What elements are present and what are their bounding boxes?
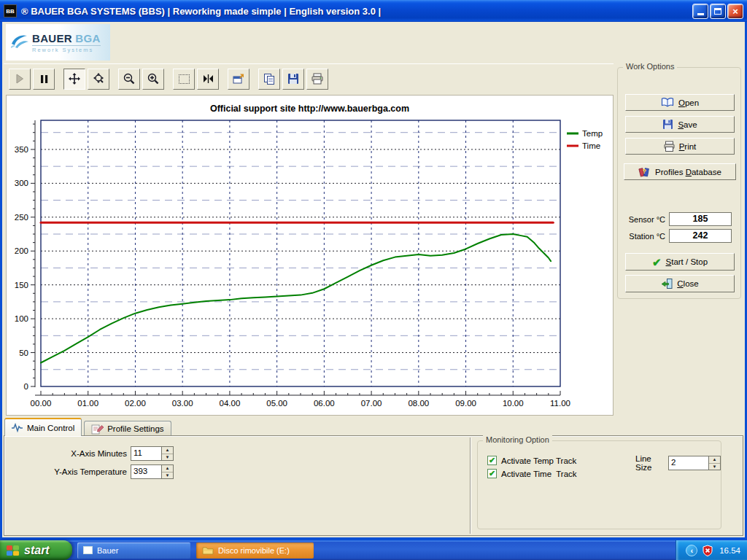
station-row: Station °C 242	[625, 229, 732, 243]
axes-collapse-button[interactable]	[197, 69, 219, 90]
copy-button[interactable]	[258, 69, 280, 90]
sensor-value: 185	[669, 212, 732, 226]
close-app-button[interactable]: Close	[625, 275, 735, 292]
time-track-label: Activate Time Track	[501, 470, 577, 478]
x-axis-row: X-Axis Minutes 11 ▲ ▼	[10, 446, 174, 461]
svg-text:08.00: 08.00	[408, 399, 429, 408]
svg-text:0: 0	[24, 382, 28, 391]
client-area: BAUER BGA Rework Systems	[2, 22, 745, 537]
title-bar: BB ® BAUER BGA SYSTEMS (BBS) | Reworking…	[0, 0, 747, 22]
svg-text:200: 200	[15, 246, 28, 255]
time-track-checkbox[interactable]: ✔	[487, 469, 497, 478]
line-size-up-button[interactable]: ▲	[709, 456, 720, 464]
start-stop-button[interactable]: ✔ Start / Stop	[625, 253, 735, 271]
folder-icon	[202, 545, 214, 555]
line-size-row: Line Size 2 ▲ ▼	[635, 454, 721, 472]
database-books-icon: ?	[638, 166, 651, 178]
svg-text:50: 50	[19, 349, 28, 357]
zoom-window-icon	[179, 74, 190, 84]
pan-icon	[69, 73, 80, 85]
minimize-button[interactable]	[692, 4, 708, 19]
close-button[interactable]: ×	[727, 4, 743, 19]
logo-bauer: BAUER	[32, 32, 72, 44]
y-axis-down-button[interactable]: ▼	[162, 472, 173, 479]
temp-track-label: Activate Temp Track	[501, 456, 576, 465]
copy-icon	[263, 73, 275, 85]
axes-collapse-icon	[202, 73, 214, 85]
svg-text:01.00: 01.00	[77, 399, 98, 408]
svg-text:02.00: 02.00	[125, 399, 146, 408]
printer-icon	[664, 141, 675, 152]
profiles-database-button[interactable]: ? Profiles Database	[624, 163, 736, 180]
x-axis-up-button[interactable]: ▲	[162, 447, 173, 454]
y-axis-label: Y-Axis Temperature	[10, 467, 127, 476]
zoom-window-button[interactable]	[173, 69, 195, 90]
swoosh-icon	[9, 33, 29, 52]
pan-button[interactable]	[63, 69, 85, 90]
tab-profile-settings[interactable]: Profile Settings	[84, 421, 171, 436]
y-axis-up-button[interactable]: ▲	[162, 465, 173, 472]
line-size-input[interactable]: 2	[668, 456, 709, 470]
zoom-in-button[interactable]	[142, 69, 164, 90]
windows-flag-icon	[7, 545, 20, 556]
zoom-out-button[interactable]	[118, 69, 140, 90]
monitoring-title: Monitoring Option	[483, 435, 552, 444]
play-button[interactable]	[9, 69, 31, 90]
svg-text:09.00: 09.00	[455, 399, 476, 408]
zoom-dynamic-icon	[92, 73, 105, 85]
line-size-label: Line Size	[635, 454, 664, 472]
print-chart-button[interactable]	[306, 69, 328, 90]
tab-main-control[interactable]: Main Control	[4, 418, 82, 436]
window-icon	[83, 546, 93, 554]
start-button[interactable]: start	[0, 540, 72, 560]
properties-button[interactable]	[228, 69, 249, 90]
security-shield-icon[interactable]	[702, 545, 713, 556]
y-axis-row: Y-Axis Temperature 393 ▲ ▼	[10, 464, 174, 479]
svg-text:250: 250	[15, 213, 28, 222]
x-axis-input[interactable]: 11	[131, 446, 162, 461]
y-axis-input[interactable]: 393	[131, 464, 162, 479]
minimize-icon	[697, 13, 704, 15]
svg-text:07.00: 07.00	[361, 399, 382, 408]
tab-bar: Main Control Profile Settings	[4, 417, 171, 436]
svg-text:350: 350	[15, 145, 28, 154]
line-size-spinner: 2 ▲ ▼	[668, 456, 721, 470]
open-button[interactable]: Open	[625, 94, 735, 111]
sensor-label: Sensor °C	[625, 215, 665, 224]
temp-track-row: ✔ Activate Temp Track	[487, 456, 576, 465]
main-control-panel: X-Axis Minutes 11 ▲ ▼ Y-Axis Temperature…	[4, 435, 743, 536]
svg-text:?: ?	[643, 168, 647, 175]
work-options-title: Work Options	[623, 62, 677, 71]
station-label: Station °C	[625, 232, 665, 241]
save-chart-button[interactable]	[282, 69, 304, 90]
taskbar: start Bauer Disco rimovibile (E:) ‹ 16.5…	[0, 540, 747, 560]
taskbar-item-disco-rimovibile[interactable]: Disco rimovibile (E:)	[196, 542, 314, 559]
floppy-icon	[662, 119, 673, 130]
taskbar-item-bauer[interactable]: Bauer	[77, 542, 190, 559]
svg-text:Temp: Temp	[582, 129, 603, 138]
chart-panel: Official support site http://www.bauerbg…	[6, 95, 614, 416]
x-axis-down-button[interactable]: ▼	[162, 454, 173, 461]
svg-text:05.00: 05.00	[266, 399, 287, 408]
svg-text:03.00: 03.00	[172, 399, 193, 408]
panel-divider	[470, 438, 471, 534]
save-icon	[287, 73, 299, 85]
exit-door-icon	[661, 278, 673, 289]
save-button[interactable]: Save	[625, 116, 735, 133]
temp-track-checkbox[interactable]: ✔	[487, 456, 497, 465]
maximize-button[interactable]	[710, 4, 726, 19]
tray-collapse-icon[interactable]: ‹	[686, 545, 697, 556]
zoom-dynamic-button[interactable]	[88, 69, 109, 90]
sensor-row: Sensor °C 185	[625, 212, 732, 226]
x-axis-label: X-Axis Minutes	[10, 449, 127, 458]
pause-button[interactable]	[33, 69, 55, 90]
line-size-down-button[interactable]: ▼	[709, 464, 720, 470]
logo-subtitle: Rework Systems	[32, 45, 101, 53]
work-options-group: Work Options Open Save Print	[617, 67, 741, 299]
print-button[interactable]: Print	[625, 138, 735, 155]
close-icon: ×	[732, 7, 738, 16]
svg-text:06.00: 06.00	[314, 399, 335, 408]
pencil-notes-icon	[91, 424, 104, 435]
time-track-row: ✔ Activate Time Track	[487, 469, 577, 478]
pause-icon	[39, 74, 49, 84]
